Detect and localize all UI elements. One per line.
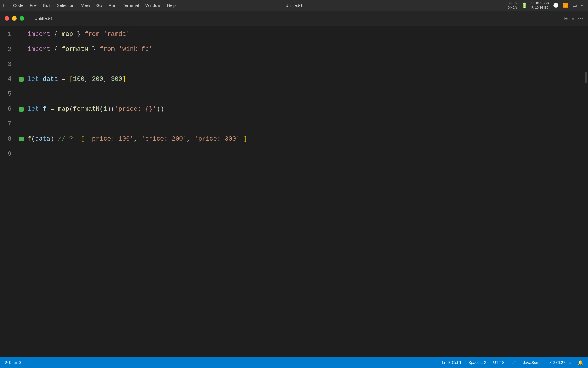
- gutter-8[interactable]: [17, 132, 25, 147]
- breakpoint-4: [19, 77, 24, 82]
- menu-go[interactable]: Go: [94, 2, 105, 8]
- gutter-4[interactable]: [17, 72, 25, 87]
- bracket-open-4: [: [69, 72, 73, 87]
- menu-help[interactable]: Help: [164, 2, 179, 8]
- scrollbar[interactable]: [584, 26, 588, 357]
- apple-logo: : [3, 3, 5, 8]
- code-line-7: [25, 117, 584, 132]
- gutter-2[interactable]: [17, 42, 25, 57]
- tab-dot: ●: [572, 16, 574, 21]
- code-line-4: let data = [ 100 , 200 , 300 ]: [25, 72, 584, 87]
- notifications-icon[interactable]: 🔔: [578, 360, 583, 365]
- tab-actions: ⊞ ● ···: [564, 15, 583, 22]
- keyword-from-1: from: [84, 27, 100, 42]
- keyword-let-4: let: [28, 72, 39, 87]
- breakpoint-gutter: [17, 26, 25, 357]
- code-line-2: import { formatN } from 'wink-fp': [25, 42, 584, 57]
- error-icon: ⊗: [5, 360, 8, 365]
- editor-tab[interactable]: Untitled-1: [30, 14, 57, 23]
- menu-terminal[interactable]: Terminal: [120, 2, 142, 8]
- indentation[interactable]: Spaces: 2: [468, 360, 486, 365]
- string-price-template: 'price: {}': [115, 102, 156, 117]
- status-right: Ln 9, Col 1 Spaces: 2 UTF-8 LF JavaScrip…: [442, 360, 583, 365]
- fn-call-f: f: [28, 132, 31, 147]
- maximize-button[interactable]: [20, 16, 24, 21]
- network-stats: 0 KB/s0 KB/s: [508, 1, 517, 9]
- cursor: [28, 150, 28, 158]
- code-editor[interactable]: import { map } from 'ramda' import { for…: [25, 26, 584, 357]
- window-title: Untitled-1: [285, 3, 303, 8]
- gutter-5[interactable]: [17, 87, 25, 102]
- menu-edit[interactable]: Edit: [40, 2, 53, 8]
- menu-code[interactable]: Code: [10, 2, 26, 8]
- keyword-from-2: from: [100, 42, 115, 57]
- menu-file[interactable]: File: [27, 2, 40, 8]
- more-actions-button[interactable]: ···: [578, 15, 583, 22]
- menu-view[interactable]: View: [78, 2, 93, 8]
- split-editor-button[interactable]: ⊞: [564, 15, 568, 22]
- fn-formatN: formatN: [73, 102, 99, 117]
- gutter-3[interactable]: [17, 57, 25, 72]
- battery-icon: 🔋: [521, 2, 527, 9]
- menu-window[interactable]: Window: [142, 2, 163, 8]
- result-str-1: 'price: 100': [88, 132, 134, 147]
- line-num-9: 9: [0, 147, 11, 162]
- num-100: 100: [73, 72, 84, 87]
- status-left: ⊗ 0 ⚠ 0: [5, 360, 21, 365]
- gutter-9[interactable]: [17, 147, 25, 162]
- editor-container: 1 2 3 4 5 6 7 8 9 import { map } from 'r…: [0, 26, 588, 357]
- line-ending[interactable]: LF: [511, 360, 516, 365]
- line-num-5: 5: [0, 87, 11, 102]
- result-bracket-open: [: [81, 132, 84, 147]
- result-str-2: 'price: 200': [141, 132, 187, 147]
- menu-selection[interactable]: Selection: [54, 2, 78, 8]
- num-300: 300: [111, 72, 122, 87]
- close-button[interactable]: [5, 16, 9, 21]
- gutter-6[interactable]: [17, 102, 25, 117]
- code-line-6: let f = map ( formatN ( 1 ) ( 'price: {}…: [25, 102, 584, 117]
- line-num-3: 3: [0, 57, 11, 72]
- menu-run[interactable]: Run: [106, 2, 119, 8]
- control-icon: ▭: [572, 3, 577, 8]
- clock-icon: 🕐: [553, 3, 559, 8]
- comment-quokka: // ?: [58, 132, 73, 147]
- tab-filename: Untitled-1: [34, 16, 53, 21]
- result-bracket-close: ]: [244, 132, 247, 147]
- more-icon[interactable]: ···: [581, 3, 585, 8]
- wifi-icon: 📶: [563, 3, 568, 8]
- timing-status: ✓ 276.27ms: [549, 360, 571, 365]
- keyword-import-1: import: [28, 27, 50, 42]
- line-num-8: 8: [0, 132, 11, 147]
- menu-right: 0 KB/s0 KB/s 🔋 U: 18.86 GBF: 13.14 GB 🕐 …: [508, 1, 585, 9]
- result-str-3: 'price: 300': [194, 132, 240, 147]
- num-1: 1: [103, 102, 107, 117]
- code-line-1: import { map } from 'ramda': [25, 27, 584, 42]
- identifier-formatN: formatN: [62, 42, 88, 57]
- arg-data: data: [35, 132, 50, 147]
- line-numbers: 1 2 3 4 5 6 7 8 9: [0, 26, 17, 357]
- breakpoint-6: [19, 107, 24, 112]
- menu-items: Code File Edit Selection View Go Run Ter…: [10, 2, 508, 8]
- cursor-position[interactable]: Ln 9, Col 1: [442, 360, 461, 365]
- code-line-3: [25, 57, 584, 72]
- string-winkfp: 'wink-fp': [119, 42, 153, 57]
- breakpoint-8: [19, 137, 24, 141]
- var-f: f: [43, 102, 47, 117]
- code-line-5: [25, 87, 584, 102]
- error-count: 0: [9, 360, 11, 365]
- num-200: 200: [92, 72, 103, 87]
- error-status[interactable]: ⊗ 0 ⚠ 0: [5, 360, 21, 365]
- keyword-import-2: import: [28, 42, 50, 57]
- scrollbar-thumb[interactable]: [585, 72, 587, 83]
- fn-map: map: [58, 102, 69, 117]
- warning-count: 0: [19, 360, 21, 365]
- tab-bar: Untitled-1 ⊞ ● ···: [0, 11, 588, 26]
- language-mode[interactable]: JavaScript: [523, 360, 541, 365]
- var-data: data: [43, 72, 58, 87]
- encoding[interactable]: UTF-8: [493, 360, 504, 365]
- status-bar: ⊗ 0 ⚠ 0 Ln 9, Col 1 Spaces: 2 UTF-8 LF J…: [0, 357, 588, 368]
- minimize-button[interactable]: [12, 16, 17, 21]
- gutter-1[interactable]: [17, 27, 25, 42]
- string-ramda: 'ramda': [103, 27, 130, 42]
- gutter-7[interactable]: [17, 117, 25, 132]
